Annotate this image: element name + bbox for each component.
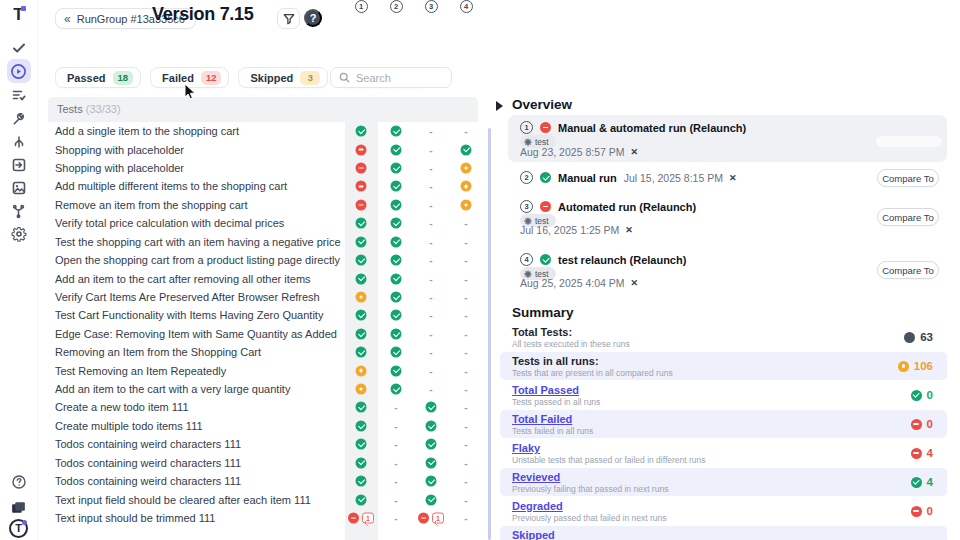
status-cell: -: [394, 420, 397, 431]
overview-heading: Overview: [512, 97, 572, 112]
summary-row[interactable]: RevievedPreviously failing that passed i…: [500, 468, 947, 496]
run-column-header-3[interactable]: 3: [425, 0, 438, 13]
overview-run-item[interactable]: 4test relaunch (Relaunch)testAug 25, 202…: [508, 247, 947, 293]
app-logo[interactable]: T: [7, 3, 31, 27]
table-row[interactable]: Add an item to the cart with a very larg…: [48, 380, 478, 398]
table-row[interactable]: Edge Case: Removing Item with Same Quant…: [48, 325, 478, 343]
avatar[interactable]: T: [7, 516, 31, 540]
status-passed-icon: [356, 476, 367, 487]
status-passed-icon: [391, 310, 402, 321]
filter-funnel-button[interactable]: [277, 8, 300, 29]
table-row[interactable]: Create multiple todo items 111--: [48, 417, 478, 435]
summary-row[interactable]: Total PassedTests passed in all runs0: [500, 381, 947, 409]
help-button[interactable]: ?: [304, 9, 322, 27]
table-row[interactable]: Shopping with placeholder-: [48, 140, 478, 158]
filter-chip-failed[interactable]: Failed12: [150, 67, 229, 88]
collapse-panel-icon[interactable]: [496, 101, 503, 111]
remove-run-icon[interactable]: ✕: [631, 278, 639, 288]
overview-run-item[interactable]: 3Automated run (Relaunch)testJul 16, 202…: [508, 194, 947, 240]
check-icon[interactable]: [7, 36, 31, 60]
comment-badge[interactable]: 1: [432, 513, 444, 524]
status-cell: -: [464, 494, 467, 505]
summary-row[interactable]: Skipped: [500, 526, 947, 540]
table-row[interactable]: Add an item to the cart after removing a…: [48, 269, 478, 287]
panel-scrollbar[interactable]: [488, 128, 491, 540]
status-passed-icon: [391, 365, 402, 376]
flow-icon[interactable]: [7, 130, 31, 154]
search-input[interactable]: [356, 72, 436, 84]
table-row[interactable]: Todos containing weird characters 111--: [48, 454, 478, 472]
summary-row[interactable]: DegradedPreviously passed that failed in…: [500, 497, 947, 525]
compare-to-button[interactable]: Compare To: [877, 208, 939, 226]
overview-run-item[interactable]: 2Manual runJul 15, 2025 8:15 PM✕Compare …: [508, 168, 947, 189]
status-none: -: [464, 310, 467, 321]
table-row[interactable]: Removing an Item from the Shopping Cart-…: [48, 343, 478, 361]
status-cell: [391, 236, 402, 247]
status-passed-icon: [426, 457, 437, 468]
status-none: -: [429, 144, 432, 155]
status-passed-icon: [356, 255, 367, 266]
table-row[interactable]: Shopping with placeholder-: [48, 159, 478, 177]
table-row[interactable]: Todos containing weird characters 111--: [48, 472, 478, 490]
summary-label[interactable]: Degraded: [512, 500, 563, 512]
gear-icon: [524, 138, 532, 146]
table-row[interactable]: Verify total price calculation with deci…: [48, 214, 478, 232]
status-cell: -: [429, 144, 432, 155]
table-row[interactable]: Add a single item to the shopping cart--: [48, 122, 478, 140]
table-row[interactable]: Text input field should be cleared after…: [48, 490, 478, 508]
status-cell: -: [464, 236, 467, 247]
table-row[interactable]: Add multiple different items to the shop…: [48, 177, 478, 195]
table-row[interactable]: Test Cart Functionality with Items Havin…: [48, 306, 478, 324]
table-row[interactable]: Todos containing weird characters 111--: [48, 435, 478, 453]
table-row[interactable]: Test Removing an Item Repeatedly--: [48, 361, 478, 379]
status-failed-icon: [356, 144, 367, 155]
status-none: -: [394, 513, 397, 524]
summary-number: 4: [927, 476, 933, 488]
run-column-header-1[interactable]: 1: [355, 0, 368, 13]
status-cell: [461, 181, 472, 192]
run-column-header-2[interactable]: 2: [390, 0, 403, 13]
summary-row[interactable]: FlakyUnstable tests that passed or faile…: [500, 439, 947, 467]
table-row[interactable]: Test the shopping cart with an item havi…: [48, 233, 478, 251]
search-box[interactable]: [330, 67, 452, 88]
list-check-icon[interactable]: [7, 83, 31, 107]
compare-to-button[interactable]: Compare To: [877, 261, 939, 279]
play-circle-icon[interactable]: [7, 59, 31, 83]
summary-label[interactable]: Total Failed: [512, 413, 572, 425]
summary-row[interactable]: Total Tests:All tests executed in these …: [500, 323, 947, 351]
import-icon[interactable]: [7, 153, 31, 177]
status-cell: -: [429, 291, 432, 302]
test-name: Test the shopping cart with an item havi…: [55, 236, 341, 248]
image-icon[interactable]: [7, 176, 31, 200]
run-column-header-4[interactable]: 4: [460, 0, 473, 13]
status-cell: 1: [418, 513, 444, 524]
summary-row[interactable]: Total FailedTests failed in all runs0: [500, 410, 947, 438]
remove-run-icon[interactable]: ✕: [631, 147, 639, 157]
remove-run-icon[interactable]: ✕: [625, 225, 633, 235]
status-failed-icon: [356, 181, 367, 192]
table-row[interactable]: Remove an item from the shopping cart-: [48, 196, 478, 214]
fork-icon[interactable]: [7, 199, 31, 223]
wrench-icon[interactable]: [7, 107, 31, 131]
filter-chip-passed[interactable]: Passed18: [55, 67, 141, 88]
filter-chip-skipped[interactable]: Skipped3: [238, 67, 328, 88]
table-row[interactable]: Verify Cart Items Are Preserved After Br…: [48, 288, 478, 306]
summary-label[interactable]: Skipped: [512, 529, 555, 540]
remove-run-icon[interactable]: ✕: [729, 173, 737, 183]
test-name: Todos containing weird characters 111: [55, 475, 241, 487]
summary-row[interactable]: Tests in all runs:Tests that are present…: [500, 352, 947, 380]
gear-icon[interactable]: [7, 222, 31, 246]
compare-to-button[interactable]: Compare To: [877, 169, 939, 187]
table-row[interactable]: Text input should be trimmed 1111-1-: [48, 509, 478, 527]
summary-label[interactable]: Revieved: [512, 471, 560, 483]
status-cell: [356, 457, 367, 468]
help-icon[interactable]: [7, 470, 31, 494]
table-row[interactable]: Open the shopping cart from a product li…: [48, 251, 478, 269]
table-row[interactable]: Create a new todo item 111--: [48, 398, 478, 416]
summary-label[interactable]: Total Passed: [512, 384, 579, 396]
status-passed-icon: [356, 439, 367, 450]
comment-badge[interactable]: 1: [362, 513, 374, 524]
summary-label[interactable]: Flaky: [512, 442, 540, 454]
status-cell: [391, 255, 402, 266]
overview-run-item[interactable]: 1Manual & automated run (Relaunch)testAu…: [508, 115, 947, 162]
